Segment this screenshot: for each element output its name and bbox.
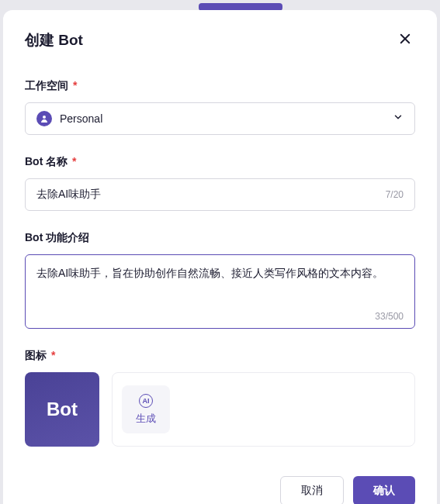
chevron-down-icon — [393, 112, 404, 126]
modal-footer: 取消 确认 — [25, 467, 415, 504]
botdesc-label: Bot 功能介绍 — [25, 231, 415, 245]
modal-header: 创建 Bot — [25, 29, 415, 51]
required-mark: * — [70, 79, 77, 91]
required-mark: * — [48, 349, 55, 361]
workspace-label: 工作空间 * — [25, 79, 415, 93]
botname-label: Bot 名称 * — [25, 155, 415, 169]
botname-input[interactable] — [36, 188, 379, 201]
person-icon — [36, 111, 52, 126]
workspace-select[interactable]: Personal — [25, 102, 415, 135]
modal-title: 创建 Bot — [25, 30, 83, 50]
botname-charcount: 7/20 — [386, 189, 404, 200]
required-mark: * — [69, 155, 76, 167]
generate-area: AI 生成 — [112, 372, 415, 447]
botdesc-charcount: 33/500 — [36, 311, 404, 322]
ai-icon: AI — [139, 394, 153, 408]
botdesc-textarea-wrap: 33/500 — [25, 254, 415, 329]
icon-label: 图标 * — [25, 349, 415, 363]
confirm-button[interactable]: 确认 — [353, 476, 415, 504]
close-icon — [398, 32, 412, 48]
create-bot-modal: 创建 Bot 工作空间 * Personal Bot 名称 * 7/20 — [3, 10, 437, 504]
botname-group: Bot 名称 * 7/20 — [25, 155, 415, 211]
cancel-button[interactable]: 取消 — [280, 476, 344, 504]
botname-label-text: Bot 名称 — [25, 155, 68, 167]
botdesc-group: Bot 功能介绍 33/500 — [25, 231, 415, 329]
generate-button[interactable]: AI 生成 — [122, 385, 170, 433]
icon-row: Bot AI 生成 — [25, 372, 415, 447]
icon-group: 图标 * Bot AI 生成 — [25, 349, 415, 447]
workspace-selected-value: Personal — [60, 112, 393, 125]
workspace-label-text: 工作空间 — [25, 79, 68, 91]
svg-point-2 — [43, 116, 46, 119]
botdesc-textarea[interactable] — [36, 264, 404, 305]
bot-icon-preview[interactable]: Bot — [25, 372, 99, 447]
workspace-group: 工作空间 * Personal — [25, 79, 415, 135]
botname-input-wrap: 7/20 — [25, 178, 415, 211]
close-button[interactable] — [395, 29, 415, 51]
icon-label-text: 图标 — [25, 349, 47, 361]
generate-label: 生成 — [136, 412, 156, 426]
bot-icon-text: Bot — [47, 399, 78, 420]
